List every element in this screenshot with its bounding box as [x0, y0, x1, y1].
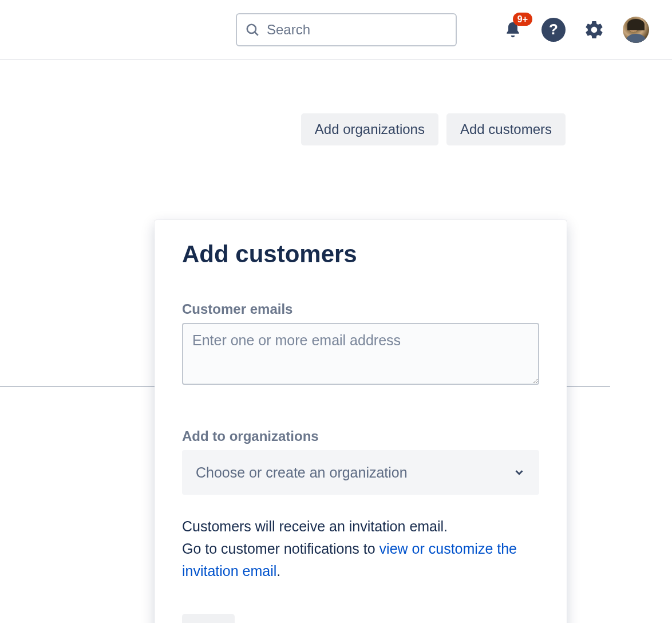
cancel-button[interactable]: Cancel: [254, 621, 299, 623]
topbar: 9+ ?: [0, 0, 672, 60]
organizations-select[interactable]: Choose or create an organization: [182, 450, 539, 495]
help-button[interactable]: ?: [541, 18, 566, 42]
organizations-field: Add to organizations Choose or create an…: [182, 428, 539, 495]
help-icon: ?: [549, 21, 558, 38]
settings-button[interactable]: [583, 18, 606, 41]
info-line-1: Customers will receive an invitation ema…: [182, 518, 448, 534]
topbar-right: 9+ ?: [501, 17, 649, 43]
content-area: Add organizations Add customers Add cust…: [0, 60, 672, 145]
customer-emails-label: Customer emails: [182, 301, 539, 317]
add-button[interactable]: Add: [182, 614, 235, 623]
search-input[interactable]: [267, 22, 448, 38]
info-line-2-prefix: Go to customer notifications to: [182, 541, 380, 557]
add-customers-button[interactable]: Add customers: [446, 113, 566, 145]
organizations-label: Add to organizations: [182, 428, 539, 444]
search-wrapper: [236, 13, 457, 46]
action-buttons: Add organizations Add customers: [0, 113, 672, 145]
svg-line-1: [255, 32, 258, 36]
search-icon: [245, 22, 260, 37]
customer-emails-input[interactable]: [182, 323, 539, 385]
gear-icon: [584, 19, 604, 40]
organizations-select-placeholder: Choose or create an organization: [196, 464, 408, 481]
search-field[interactable]: [236, 13, 457, 46]
user-avatar[interactable]: [623, 17, 649, 43]
add-organizations-button[interactable]: Add organizations: [301, 113, 438, 145]
notification-badge: 9+: [513, 13, 532, 26]
dialog-title: Add customers: [182, 240, 539, 268]
dialog-actions: Add Cancel: [182, 614, 539, 623]
svg-point-0: [247, 24, 256, 33]
add-customers-dialog: Add customers Customer emails Add to org…: [155, 220, 567, 623]
chevron-down-icon: [513, 466, 525, 479]
notifications-button[interactable]: 9+: [501, 18, 524, 41]
info-line-2-suffix: .: [276, 563, 280, 579]
info-text: Customers will receive an invitation ema…: [182, 515, 539, 582]
